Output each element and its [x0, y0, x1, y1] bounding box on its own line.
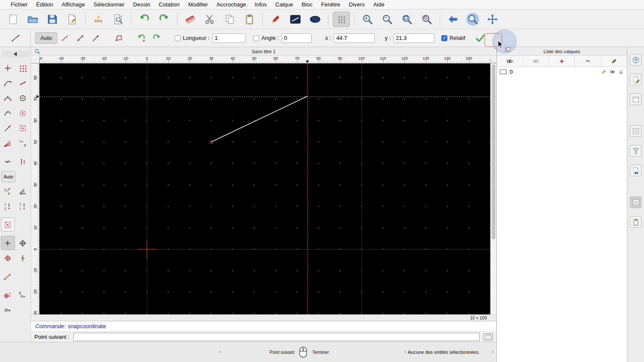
menu-item-bloc[interactable]: Bloc — [297, 1, 316, 8]
menu-item-affichage[interactable]: Affichage — [58, 1, 89, 8]
line-attributes-button[interactable] — [287, 12, 304, 27]
view-zoom-icon[interactable] — [34, 48, 40, 54]
snap-back-button[interactable] — [2, 51, 29, 57]
snap-center-button[interactable] — [16, 91, 30, 105]
hide-all-layers-button[interactable] — [523, 56, 549, 66]
menu-item-fichier[interactable]: Fichier — [6, 1, 32, 8]
length-checkbox[interactable] — [175, 35, 181, 41]
segment-arrow-button[interactable] — [88, 31, 103, 45]
edit-layer-button[interactable] — [601, 56, 627, 66]
snap-on-entity-button[interactable] — [16, 76, 30, 90]
clipboard-panel-toggle[interactable] — [630, 216, 641, 228]
command-dock-button[interactable] — [483, 333, 493, 341]
menu-item-édition[interactable]: Édition — [32, 1, 58, 8]
y-input[interactable] — [393, 33, 434, 43]
ellipse-attributes-button[interactable] — [307, 12, 324, 27]
menu-item-divers[interactable]: Divers — [345, 1, 369, 8]
snap-grid-button[interactable] — [16, 61, 30, 75]
page-export-toggle[interactable] — [630, 165, 641, 176]
snap-free-button[interactable] — [1, 61, 15, 75]
undo-button[interactable] — [136, 12, 153, 27]
zoom-window-button[interactable] — [464, 12, 481, 27]
zoom-pan-button[interactable] — [484, 12, 501, 27]
angle-input[interactable] — [281, 33, 312, 43]
relative-angle-button[interactable] — [1, 269, 15, 284]
redo-button[interactable] — [155, 12, 173, 27]
library-browser-toggle[interactable] — [630, 54, 641, 66]
grid-toggle-button[interactable] — [333, 12, 350, 27]
drawing-canvas[interactable] — [39, 63, 490, 314]
snap-middle-button[interactable] — [16, 121, 30, 135]
layer-visible-icon[interactable] — [610, 69, 615, 75]
relative-checkbox[interactable] — [441, 35, 447, 41]
print-preview-button[interactable] — [109, 12, 127, 27]
snap-tangent-button[interactable] — [1, 121, 15, 135]
snap-arc-button[interactable] — [1, 91, 15, 105]
snap-endpoint-button[interactable] — [1, 76, 15, 90]
restrict-horizontal-button[interactable] — [1, 154, 15, 169]
scrollbar-thumb[interactable] — [492, 64, 495, 239]
zoom-in-button[interactable]: + — [359, 12, 376, 27]
lock-relative-zero-button[interactable] — [1, 303, 15, 317]
set-relative-zero-button[interactable] — [1, 251, 15, 265]
x-input[interactable] — [334, 33, 375, 43]
zoom-redraw-button[interactable] — [418, 12, 435, 27]
restrict-xy-button[interactable]: yx — [1, 184, 15, 198]
menu-item-aide[interactable]: Aide — [369, 1, 389, 8]
snap-angle-button[interactable]: a — [16, 184, 30, 198]
snap-distance-button[interactable] — [16, 106, 30, 120]
save-as-button[interactable] — [64, 12, 81, 27]
menu-item-modifier[interactable]: Modifier — [184, 1, 212, 8]
entity-list-toggle[interactable] — [630, 125, 641, 137]
confirm-coordinate-button[interactable] — [472, 31, 489, 45]
layer-checkbox[interactable] — [500, 69, 507, 74]
segment-double-arrow-button[interactable] — [73, 31, 88, 45]
command-input[interactable] — [73, 333, 480, 341]
snap-angle-fan-button[interactable] — [1, 136, 15, 150]
save-button[interactable] — [44, 12, 61, 27]
close-polyline-button[interactable] — [111, 31, 127, 45]
cut-button[interactable] — [201, 12, 219, 27]
redo-segment-button[interactable] — [149, 31, 164, 45]
window-panel-toggle[interactable] — [630, 94, 641, 105]
angle-checkbox[interactable] — [253, 35, 259, 41]
order-1-2-button[interactable]: 12 — [1, 199, 15, 213]
segment-line-button[interactable] — [57, 31, 73, 45]
menu-item-infos[interactable]: Infos — [250, 1, 271, 8]
menu-item-fenêtre[interactable]: Fenêtre — [317, 1, 345, 8]
menu-item-cotation[interactable]: Cotation — [155, 1, 184, 8]
pen-attributes-button[interactable] — [267, 12, 284, 27]
length-input[interactable] — [212, 33, 246, 43]
open-file-button[interactable] — [24, 12, 41, 27]
grid-plus-button[interactable] — [1, 236, 15, 250]
vertical-guide-button[interactable] — [16, 251, 30, 265]
menu-item-sélectionner[interactable]: Sélectionner — [89, 1, 129, 8]
crosshair-snap-button[interactable] — [16, 236, 30, 250]
paste-button[interactable] — [241, 12, 258, 27]
layer-row[interactable]: 0 — [497, 67, 627, 77]
restrict-vertical-button[interactable]: ! — [16, 154, 30, 169]
snap-auto-dropdown[interactable]: Auto — [35, 32, 57, 44]
relative-zero-grid-button[interactable] — [1, 288, 15, 302]
zoom-auto-button[interactable] — [398, 12, 416, 27]
menu-item-dessin[interactable]: Dessin — [129, 1, 155, 8]
add-layer-button[interactable]: + — [549, 56, 575, 66]
block-list-toggle[interactable] — [630, 74, 641, 85]
snap-curve-middle-button[interactable] — [1, 106, 15, 120]
snap-two-points-button[interactable]: 12 — [16, 136, 30, 150]
zoom-out-button[interactable]: − — [379, 12, 396, 27]
layer-lock-icon[interactable] — [618, 69, 624, 75]
filter-panel-toggle[interactable] — [630, 145, 641, 157]
menu-item-calque[interactable]: Calque — [271, 1, 297, 8]
order-2-1-button[interactable]: 21 — [16, 199, 30, 213]
snap-auto-button[interactable]: Auto — [1, 171, 15, 182]
layer-list-toggle[interactable] — [630, 196, 641, 208]
copy-button[interactable] — [221, 12, 238, 27]
menu-item-accrochage[interactable]: Accrochage — [212, 1, 250, 8]
exclusive-snap-button[interactable] — [1, 217, 15, 232]
layer-edit-icon[interactable] — [601, 69, 607, 75]
show-all-layers-button[interactable] — [497, 56, 523, 66]
zoom-previous-button[interactable] — [444, 12, 462, 27]
remove-layer-button[interactable]: − — [575, 56, 601, 66]
kill-actions-button[interactable] — [182, 12, 199, 27]
